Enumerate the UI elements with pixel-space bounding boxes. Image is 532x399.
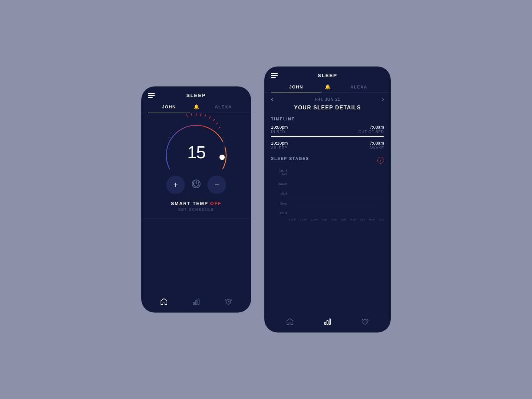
right-bottom-nav xyxy=(264,314,391,332)
left-nav-stats[interactable] xyxy=(192,298,200,307)
svg-line-16 xyxy=(170,132,172,133)
x-label-3: 3:00 xyxy=(341,218,346,221)
right-header-title: SLEEP xyxy=(318,72,337,78)
sleep-stages-header: SLEEP STAGES i xyxy=(271,156,384,164)
smart-temp: SMART TEMP OFF SET SCHEDULE xyxy=(171,201,221,211)
menu-icon[interactable] xyxy=(148,93,155,98)
right-tab-alexa[interactable]: ALEXA xyxy=(334,84,384,92)
bars-svg xyxy=(289,169,384,215)
x-label-7: 7:00 xyxy=(379,218,384,221)
svg-line-2 xyxy=(205,114,206,117)
timeline-label: TIMELINE xyxy=(271,117,384,121)
svg-point-17 xyxy=(219,155,225,160)
timeline-awake-time: 7:00am xyxy=(369,141,384,146)
chart-y-labels: Out ofbed Awake Light Deep REM xyxy=(271,169,287,221)
timeline-awake-sub: AWAKE xyxy=(369,146,384,150)
x-label-6: 6:00 xyxy=(369,218,375,221)
svg-line-10 xyxy=(222,137,224,138)
dial-section: 15 + − SMART TEMP OFF SET SCHEDULE xyxy=(141,112,251,294)
left-phone: SLEEP JOHN 🔔 ALEXA xyxy=(141,86,251,313)
y-label-outofbed: Out ofbed xyxy=(271,169,287,176)
x-label-4: 4:00 xyxy=(350,218,356,221)
right-bell-icon[interactable]: 🔔 xyxy=(325,84,331,89)
x-labels: 10:00 11:00 12:00 1:00 2:00 3:00 4:00 5:… xyxy=(289,218,384,221)
svg-line-48 xyxy=(367,319,368,320)
svg-line-47 xyxy=(362,319,363,320)
dial-number: 15 xyxy=(187,142,205,162)
svg-rect-22 xyxy=(198,299,199,305)
x-label-5: 5:00 xyxy=(360,218,365,221)
svg-rect-43 xyxy=(329,319,331,325)
sleep-details: ‹ FRI, JUN 21 › YOUR SLEEP DETAILS TIMEL… xyxy=(264,92,391,314)
svg-line-3 xyxy=(209,116,210,119)
timeline-row-1: 10:00pm IN BED 7:00am OUT OF BED xyxy=(271,125,384,134)
timeline-row-2: 10:10pm ASLEEP 7:00am AWAKE xyxy=(271,141,384,150)
left-bottom-nav xyxy=(141,294,251,313)
dial-container: 15 xyxy=(160,119,233,166)
right-header: SLEEP xyxy=(264,66,391,81)
timeline-inbed-time: 10:00pm xyxy=(271,125,288,130)
x-label-12: 12:00 xyxy=(311,218,318,221)
svg-line-7 xyxy=(191,113,192,116)
svg-line-5 xyxy=(216,123,218,124)
x-label-1: 1:00 xyxy=(322,218,327,221)
right-user-tabs: JOHN 🔔 ALEXA xyxy=(264,81,391,92)
svg-line-6 xyxy=(218,127,220,128)
svg-line-9 xyxy=(221,132,223,133)
y-label-rem: REM xyxy=(271,211,287,215)
date-text: FRI, JUN 21 xyxy=(315,97,340,102)
svg-line-1 xyxy=(200,113,201,116)
svg-line-12 xyxy=(222,148,225,149)
svg-rect-20 xyxy=(193,302,195,305)
svg-line-4 xyxy=(213,119,214,121)
date-nav: ‹ FRI, JUN 21 › xyxy=(271,96,384,103)
left-header-title: SLEEP xyxy=(186,92,206,98)
left-nav-home[interactable] xyxy=(160,298,168,307)
right-tab-john[interactable]: JOHN xyxy=(271,84,322,92)
info-icon[interactable]: i xyxy=(377,157,384,164)
power-button[interactable] xyxy=(192,179,201,191)
chart-bars: 10:00 11:00 12:00 1:00 2:00 3:00 4:00 5:… xyxy=(289,169,384,221)
x-label-11: 11:00 xyxy=(300,218,307,221)
timeline-inbed-sub: IN BED xyxy=(271,130,288,134)
timeline-outofbed-time: 7:00am xyxy=(358,125,384,130)
y-label-awake: Awake xyxy=(271,182,287,186)
timeline-bar-1 xyxy=(271,136,384,137)
right-nav-home[interactable] xyxy=(286,318,294,327)
left-nav-alarm[interactable] xyxy=(224,298,232,307)
right-nav-stats[interactable] xyxy=(324,318,332,327)
svg-rect-21 xyxy=(196,301,197,305)
sleep-details-title: YOUR SLEEP DETAILS xyxy=(271,105,384,111)
right-phone: SLEEP JOHN 🔔 ALEXA ‹ FRI, JUN 21 › YOUR … xyxy=(264,66,391,332)
timeline-asleep-sub: ASLEEP xyxy=(271,146,288,150)
smart-temp-label: SMART TEMP OFF xyxy=(171,201,221,206)
svg-rect-41 xyxy=(325,322,326,325)
y-label-light: Light xyxy=(271,192,287,196)
right-nav-alarm[interactable] xyxy=(361,318,369,327)
prev-date-button[interactable]: ‹ xyxy=(271,96,273,103)
left-header: SLEEP xyxy=(141,86,251,101)
y-label-deep: Deep xyxy=(271,202,287,205)
svg-line-15 xyxy=(168,148,170,149)
set-schedule-link[interactable]: SET SCHEDULE xyxy=(171,207,221,211)
next-date-button[interactable]: › xyxy=(382,96,384,103)
svg-line-27 xyxy=(231,299,232,300)
timeline-asleep-time: 10:10pm xyxy=(271,141,288,146)
right-menu-icon[interactable] xyxy=(271,73,278,78)
left-divider xyxy=(141,218,251,218)
svg-line-26 xyxy=(225,299,226,300)
x-label-2: 2:00 xyxy=(332,218,337,221)
svg-rect-42 xyxy=(327,321,328,325)
svg-line-13 xyxy=(168,137,170,138)
stages-label: SLEEP STAGES xyxy=(271,156,309,161)
timeline-outofbed-sub: OUT OF BED xyxy=(358,130,384,134)
svg-line-8 xyxy=(187,114,188,117)
chart-area: Out ofbed Awake Light Deep REM xyxy=(271,169,384,221)
x-label-10: 10:00 xyxy=(289,218,296,221)
